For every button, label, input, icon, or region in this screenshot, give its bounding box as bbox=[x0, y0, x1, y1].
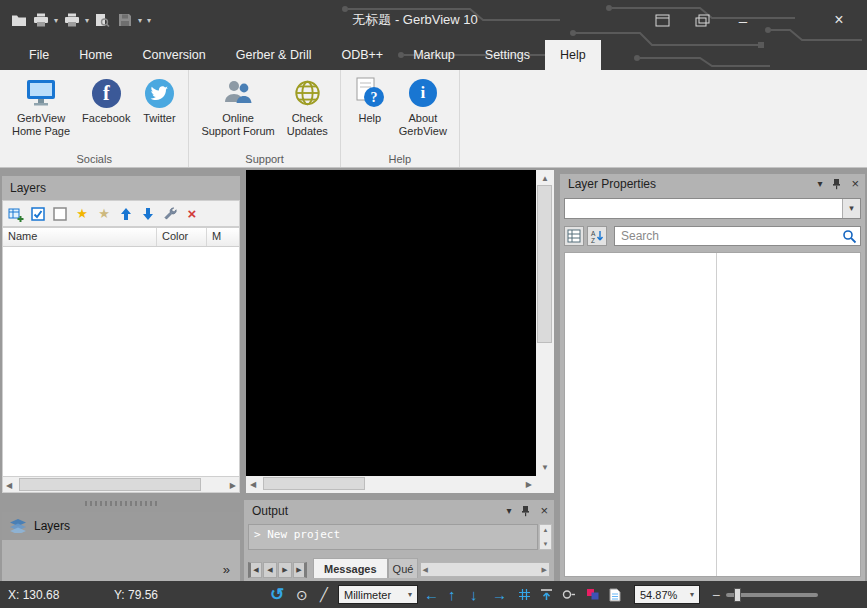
scrollbar-thumb[interactable] bbox=[263, 477, 365, 490]
twitter-button[interactable]: Twitter bbox=[136, 73, 182, 125]
output-log[interactable]: > New project bbox=[248, 524, 538, 550]
home-page-button[interactable]: GerbView Home Page bbox=[6, 73, 76, 138]
column-header-color[interactable]: Color bbox=[157, 228, 207, 246]
rotate-ccw-icon[interactable]: ↺ bbox=[270, 581, 284, 608]
scrollbar-thumb[interactable] bbox=[537, 185, 552, 343]
unit-select[interactable]: Millimeter ▾ bbox=[338, 585, 418, 604]
properties-grid[interactable] bbox=[564, 252, 861, 577]
pin-icon[interactable] bbox=[520, 505, 531, 517]
star-on-icon[interactable]: ★ bbox=[74, 206, 90, 222]
canvas-vertical-scrollbar[interactable]: ▲ ▼ bbox=[536, 170, 554, 476]
scroll-left-icon[interactable]: ◀ bbox=[250, 480, 256, 489]
scroll-up-icon[interactable]: ▲ bbox=[540, 527, 551, 533]
add-layer-icon[interactable] bbox=[8, 206, 24, 222]
pan-left-icon[interactable]: ← bbox=[424, 581, 439, 608]
scroll-right-icon[interactable]: ▶ bbox=[542, 566, 547, 574]
tab-gerber-drill[interactable]: Gerber & Drill bbox=[221, 40, 327, 70]
quick-print-caret-icon[interactable]: ▾ bbox=[85, 16, 89, 25]
help-button[interactable]: ? Help bbox=[347, 73, 393, 125]
pan-up-icon[interactable]: ↑ bbox=[448, 581, 456, 608]
zoom-select[interactable]: 54.87% ▾ bbox=[634, 585, 700, 604]
star-off-icon[interactable]: ★ bbox=[96, 206, 112, 222]
minimize-button[interactable]: – bbox=[731, 0, 755, 40]
snap-icon[interactable] bbox=[540, 581, 553, 608]
check-updates-button[interactable]: Check Updates bbox=[281, 73, 334, 138]
scroll-up-icon[interactable]: ▲ bbox=[536, 174, 554, 183]
tab-help[interactable]: Help bbox=[545, 40, 601, 70]
search-input[interactable] bbox=[615, 227, 860, 245]
zoom-slider-thumb[interactable] bbox=[734, 588, 741, 602]
prev-tab-icon[interactable]: ◀ bbox=[263, 562, 277, 578]
document-icon[interactable] bbox=[609, 581, 621, 608]
print-preview-icon[interactable] bbox=[94, 12, 111, 29]
next-tab-icon[interactable]: ▶ bbox=[278, 562, 292, 578]
scroll-left-icon[interactable]: ◀ bbox=[6, 481, 12, 490]
print-icon[interactable] bbox=[32, 12, 49, 29]
tab-file[interactable]: File bbox=[14, 40, 64, 70]
origin-icon[interactable]: ⊙ bbox=[296, 581, 308, 608]
layers-list[interactable] bbox=[2, 247, 240, 476]
tab-odb[interactable]: ODB++ bbox=[326, 40, 398, 70]
close-panel-icon[interactable]: × bbox=[540, 506, 548, 516]
canvas-horizontal-scrollbar[interactable]: ◀ ▶ bbox=[246, 476, 536, 493]
layer-settings-wrench-icon[interactable] bbox=[162, 206, 178, 222]
facebook-button[interactable]: f Facebook bbox=[76, 73, 136, 125]
stacked-windows-icon[interactable] bbox=[691, 0, 713, 40]
close-button[interactable]: × bbox=[826, 0, 852, 40]
close-panel-icon[interactable]: × bbox=[851, 179, 859, 189]
pan-down-icon[interactable]: ↓ bbox=[470, 581, 478, 608]
drawing-canvas[interactable] bbox=[246, 170, 536, 476]
quick-print-icon[interactable] bbox=[63, 12, 80, 29]
categorized-view-icon[interactable] bbox=[564, 226, 584, 246]
window-panel-icon[interactable] bbox=[651, 0, 673, 40]
pan-right-icon[interactable]: → bbox=[492, 581, 507, 608]
expand-chevrons[interactable]: » bbox=[223, 562, 230, 577]
combobox-caret-icon[interactable]: ▾ bbox=[842, 199, 860, 218]
tab-messages[interactable]: Messages bbox=[313, 558, 388, 578]
output-log-scrollbar[interactable]: ▲ ▼ bbox=[539, 524, 552, 550]
tab-queries[interactable]: Qué bbox=[388, 558, 418, 578]
scroll-right-icon[interactable]: ▶ bbox=[526, 480, 532, 489]
move-layer-up-icon[interactable] bbox=[118, 206, 134, 222]
search-icon[interactable] bbox=[842, 229, 857, 248]
grid-icon[interactable] bbox=[518, 581, 531, 608]
sort-az-icon[interactable]: AZ bbox=[587, 226, 607, 246]
tab-conversion[interactable]: Conversion bbox=[128, 40, 221, 70]
layer-select-combobox[interactable]: ▾ bbox=[564, 198, 861, 219]
move-layer-down-icon[interactable] bbox=[140, 206, 156, 222]
first-tab-icon[interactable]: ◀ bbox=[248, 562, 262, 578]
scroll-down-icon[interactable]: ▼ bbox=[536, 463, 554, 472]
scrollbar-thumb[interactable] bbox=[19, 478, 201, 491]
about-button[interactable]: i About GerbView bbox=[393, 73, 453, 138]
tab-settings[interactable]: Settings bbox=[470, 40, 545, 70]
panel-menu-caret-icon[interactable]: ▾ bbox=[817, 179, 822, 189]
save-icon[interactable] bbox=[116, 12, 133, 29]
scroll-down-icon[interactable]: ▼ bbox=[540, 541, 551, 547]
save-caret-icon[interactable]: ▾ bbox=[138, 16, 142, 25]
layers-horizontal-scrollbar[interactable]: ◀ ▶ bbox=[2, 476, 240, 493]
zoom-slider[interactable] bbox=[726, 593, 818, 597]
scroll-left-icon[interactable]: ◀ bbox=[423, 566, 428, 574]
grid-column-divider[interactable] bbox=[716, 253, 717, 576]
last-tab-icon[interactable]: ▶ bbox=[293, 562, 307, 578]
colors-icon[interactable] bbox=[586, 581, 600, 608]
open-folder-icon[interactable] bbox=[10, 12, 27, 29]
circle-dash-icon[interactable] bbox=[562, 581, 576, 608]
scroll-right-icon[interactable]: ▶ bbox=[230, 481, 236, 490]
uncheck-all-layers-icon[interactable] bbox=[52, 206, 68, 222]
column-header-name[interactable]: Name bbox=[3, 228, 157, 246]
pin-icon[interactable] bbox=[831, 178, 842, 190]
panel-splitter[interactable] bbox=[2, 495, 240, 512]
zoom-out-icon[interactable]: − bbox=[712, 581, 720, 608]
panel-menu-caret-icon[interactable]: ▾ bbox=[506, 506, 511, 516]
tab-home[interactable]: Home bbox=[64, 40, 127, 70]
measure-line-icon[interactable]: ╱ bbox=[320, 581, 328, 608]
delete-layer-icon[interactable]: × bbox=[184, 206, 200, 222]
layers-collapsed-tab[interactable]: Layers bbox=[2, 512, 240, 540]
print-dropdown-caret-icon[interactable]: ▾ bbox=[54, 16, 58, 25]
tab-strip-scrollbar[interactable]: ◀ ▶ bbox=[420, 562, 550, 577]
tab-markup[interactable]: Markup bbox=[398, 40, 470, 70]
column-header-m[interactable]: M bbox=[207, 228, 239, 246]
support-forum-button[interactable]: Online Support Forum bbox=[195, 73, 280, 138]
check-all-layers-icon[interactable] bbox=[30, 206, 46, 222]
